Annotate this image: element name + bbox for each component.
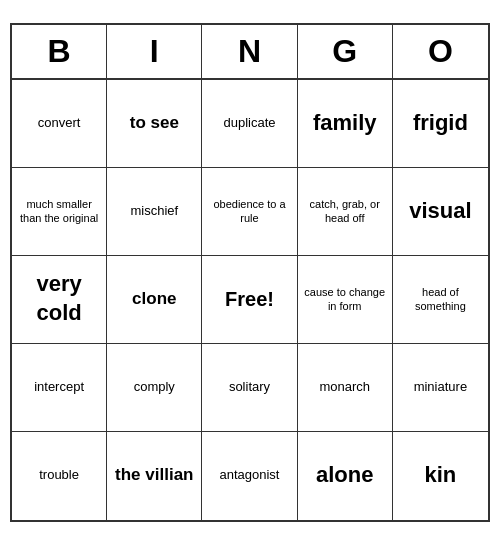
- bingo-cell-14: head of something: [393, 256, 488, 344]
- bingo-grid: convertto seeduplicatefamilyfrigidmuch s…: [12, 80, 488, 520]
- header-letter-n: N: [202, 25, 297, 78]
- bingo-cell-4: frigid: [393, 80, 488, 168]
- bingo-cell-23: alone: [298, 432, 393, 520]
- header-letter-i: I: [107, 25, 202, 78]
- bingo-cell-7: obedience to a rule: [202, 168, 297, 256]
- bingo-cell-22: antagonist: [202, 432, 297, 520]
- bingo-cell-18: monarch: [298, 344, 393, 432]
- bingo-cell-1: to see: [107, 80, 202, 168]
- bingo-cell-10: very cold: [12, 256, 107, 344]
- bingo-cell-15: intercept: [12, 344, 107, 432]
- bingo-cell-12: Free!: [202, 256, 297, 344]
- bingo-cell-0: convert: [12, 80, 107, 168]
- bingo-cell-20: trouble: [12, 432, 107, 520]
- header-letter-o: O: [393, 25, 488, 78]
- bingo-header: BINGO: [12, 25, 488, 80]
- bingo-cell-16: comply: [107, 344, 202, 432]
- bingo-cell-8: catch, grab, or head off: [298, 168, 393, 256]
- header-letter-b: B: [12, 25, 107, 78]
- header-letter-g: G: [298, 25, 393, 78]
- bingo-cell-21: the villian: [107, 432, 202, 520]
- bingo-cell-19: miniature: [393, 344, 488, 432]
- bingo-cell-5: much smaller than the original: [12, 168, 107, 256]
- bingo-cell-9: visual: [393, 168, 488, 256]
- bingo-cell-6: mischief: [107, 168, 202, 256]
- bingo-cell-17: solitary: [202, 344, 297, 432]
- bingo-cell-11: clone: [107, 256, 202, 344]
- bingo-cell-13: cause to change in form: [298, 256, 393, 344]
- bingo-cell-24: kin: [393, 432, 488, 520]
- bingo-cell-2: duplicate: [202, 80, 297, 168]
- bingo-card: BINGO convertto seeduplicatefamilyfrigid…: [10, 23, 490, 522]
- bingo-cell-3: family: [298, 80, 393, 168]
